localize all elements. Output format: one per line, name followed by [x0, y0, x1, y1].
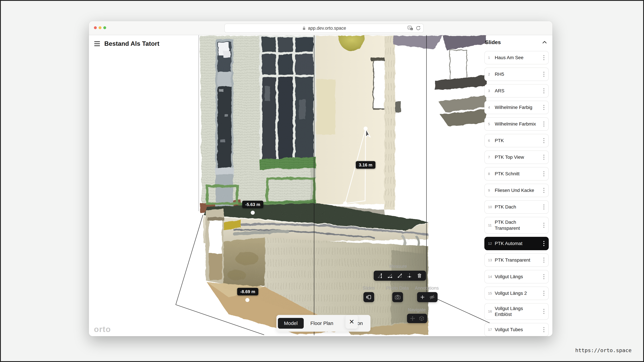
slide-item-9[interactable]: 9 Fliesen Und Kacke: [484, 184, 549, 197]
kebab-menu-icon[interactable]: [543, 104, 545, 111]
slide-item-6[interactable]: 6 PTK: [484, 134, 549, 147]
slide-item-13[interactable]: 13 PTK Transparent: [484, 253, 549, 267]
sidebar-title: Slides: [485, 39, 501, 45]
level-point-upper[interactable]: [251, 211, 255, 215]
slide-item-5[interactable]: 5 Wilhelmine Farbmix: [484, 117, 549, 131]
lock-icon: [302, 26, 306, 30]
slide-item-10[interactable]: 10 PTK Dach: [484, 200, 549, 214]
slides-sidebar: Slides 1 Haus Am See 2 RH5 3 A: [484, 38, 549, 336]
slide-number: 11: [488, 223, 493, 227]
app-content: Bestand Als Tatort 3.16 m -5.63 m -8.69 …: [89, 35, 552, 336]
plus-icon[interactable]: [420, 295, 425, 300]
measure-label: Measure: [385, 264, 412, 269]
slide-number: 15: [488, 291, 493, 295]
slide-item-8[interactable]: 8 PTK Schnitt: [484, 167, 549, 180]
line-measure-icon[interactable]: [397, 273, 403, 279]
slide-item-15[interactable]: 15 Vollgut Längs 2: [484, 287, 549, 300]
kebab-menu-icon[interactable]: [543, 257, 545, 263]
slide-item-14[interactable]: 14 Vollgut Längs: [484, 270, 549, 283]
minimize-window-button[interactable]: [98, 26, 102, 29]
kebab-menu-icon[interactable]: [543, 327, 545, 333]
kebab-menu-icon[interactable]: [543, 71, 545, 77]
slide-label: Vollgut Tubes: [495, 327, 523, 333]
watermark-url: https://orto.space: [575, 347, 632, 353]
level-badge-lower: -8.69 m: [237, 288, 258, 296]
navigate-label: Navigate: [403, 307, 430, 313]
translate-icon[interactable]: A x: [408, 26, 413, 31]
trash-icon[interactable]: [416, 273, 422, 279]
measure-point-bottom[interactable]: [343, 201, 347, 205]
address-bar[interactable]: app.dev.orto.space A x: [224, 24, 424, 33]
slide-item-3[interactable]: 3 ARS: [484, 84, 549, 97]
zoom-window-button[interactable]: [103, 26, 106, 29]
kebab-menu-icon[interactable]: [543, 154, 545, 160]
kebab-menu-icon[interactable]: [543, 274, 545, 280]
level-badge-upper: -5.63 m: [242, 201, 263, 208]
slide-number: 9: [488, 188, 493, 192]
level-point-lower[interactable]: [245, 298, 250, 302]
tab-floor-plan[interactable]: Floor Plan: [304, 318, 340, 329]
tab-model[interactable]: Model: [278, 318, 304, 329]
slide-number: 17: [488, 328, 493, 332]
kebab-menu-icon[interactable]: [543, 308, 545, 315]
distance-badge: 3.16 m: [356, 161, 376, 169]
vertical-measure-icon[interactable]: [377, 273, 383, 279]
move-icon[interactable]: [410, 316, 415, 321]
close-icon[interactable]: ✕: [346, 315, 358, 329]
slide-label: PTK Automat: [495, 241, 522, 247]
slide-number: 16: [488, 309, 493, 313]
slide-item-7[interactable]: 7 PTK Top View: [484, 150, 549, 164]
slide-number: 2: [488, 72, 493, 76]
kebab-menu-icon[interactable]: [543, 171, 545, 177]
slide-label: PTK Schnitt: [495, 171, 520, 177]
model-viewport[interactable]: [89, 35, 552, 336]
slides-panel-button[interactable]: [364, 292, 374, 302]
close-window-button[interactable]: [94, 26, 97, 29]
annotations-toolbar: [417, 292, 438, 302]
chevron-up-icon[interactable]: [542, 40, 548, 44]
slide-item-1[interactable]: 1 Haus Am See: [484, 51, 549, 64]
kebab-menu-icon[interactable]: [543, 240, 545, 247]
slide-number: 3: [488, 89, 493, 93]
eye-off-icon[interactable]: [429, 295, 435, 300]
slide-label: PTK Dach Transparent: [495, 219, 538, 231]
slide-number: 1: [488, 56, 493, 60]
slide-label: Vollgut Längs: [495, 274, 523, 280]
kebab-menu-icon[interactable]: [543, 187, 545, 194]
reload-icon[interactable]: [416, 26, 420, 31]
slide-label: PTK Dach: [495, 204, 516, 210]
slide-number: 12: [488, 242, 493, 246]
photo-data-button[interactable]: [392, 292, 403, 302]
slide-number: 10: [488, 205, 493, 209]
kebab-menu-icon[interactable]: [543, 88, 545, 94]
slide-label: Wilhelmine Farbmix: [495, 121, 536, 127]
measure-toolbar: [374, 271, 426, 281]
photo-data-label: Photo Data: [384, 286, 411, 291]
slide-number: 13: [488, 258, 493, 262]
point-measure-icon[interactable]: [406, 273, 412, 279]
kebab-menu-icon[interactable]: [543, 204, 545, 210]
slide-number: 8: [488, 172, 493, 176]
slide-item-12-selected[interactable]: 12 PTK Automat: [484, 237, 549, 250]
slide-number: 14: [488, 275, 493, 279]
kebab-menu-icon[interactable]: [543, 222, 545, 228]
slide-item-11[interactable]: 11 PTK Dach Transparent: [484, 217, 549, 234]
slide-label: ARS: [495, 88, 504, 94]
slide-item-2[interactable]: 2 RH5: [484, 67, 549, 81]
kebab-menu-icon[interactable]: [543, 137, 545, 144]
slides-list: 1 Haus Am See 2 RH5 3 ARS 4 Wilhelmine F…: [484, 51, 549, 336]
slide-item-4[interactable]: 4 Wilhelmine Farbig: [484, 101, 549, 114]
hamburger-menu-icon[interactable]: [94, 41, 100, 47]
slide-label: PTK Top View: [495, 154, 524, 160]
slide-label: Vollgut Längs Entblöst: [495, 306, 538, 318]
horizontal-measure-icon[interactable]: [387, 273, 393, 279]
kebab-menu-icon[interactable]: [543, 121, 545, 127]
slide-label: Wilhelmine Farbig: [495, 104, 532, 110]
slide-number: 6: [488, 139, 493, 143]
kebab-menu-icon[interactable]: [543, 54, 545, 61]
cube-icon[interactable]: [419, 316, 424, 321]
kebab-menu-icon[interactable]: [543, 290, 545, 297]
slide-item-17[interactable]: 17 Vollgut Tubes: [484, 323, 549, 336]
slide-item-16[interactable]: 16 Vollgut Längs Entblöst: [484, 303, 549, 320]
slide-label: PTK Transparent: [495, 257, 530, 263]
